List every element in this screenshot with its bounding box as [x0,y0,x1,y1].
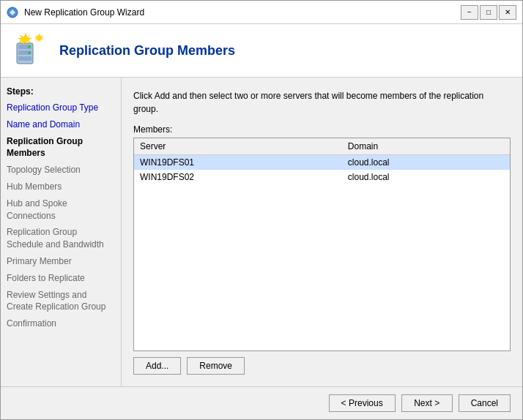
table-header-row: Server Domain [134,138,510,155]
sidebar-item-primary-member: Primary Member [1,253,121,270]
window-title: New Replication Group Wizard [24,7,144,18]
instruction-text: Click Add and then select two or more se… [133,89,511,116]
column-header-server[interactable]: Server [134,138,342,155]
sidebar-item-replication-group-type[interactable]: Replication Group Type [1,100,121,116]
page-title: Replication Group Members [59,43,235,59]
sidebar-item-review-settings: Review Settings and Create Replication G… [1,287,121,316]
column-header-domain[interactable]: Domain [342,138,510,155]
svg-marker-8 [34,34,43,42]
table-buttons: Add... Remove [133,357,511,375]
sidebar-item-name-and-domain[interactable]: Name and Domain [1,116,121,133]
sidebar-item-confirmation: Confirmation [1,315,121,332]
add-button[interactable]: Add... [133,357,181,375]
title-bar-controls: − □ ✕ [461,5,516,20]
footer: < Previous Next > Cancel [1,386,522,419]
header-section: Replication Group Members [1,24,522,78]
maximize-button[interactable]: □ [480,5,497,20]
members-table: Server Domain WIN19DFS01 cloud.local WIN… [134,138,510,184]
svg-rect-4 [18,56,31,61]
sidebar-item-replication-group-members: Replication Group Members [1,133,121,162]
window-icon [7,7,18,18]
previous-button[interactable]: < Previous [329,394,396,412]
title-bar: New Replication Group Wizard − □ ✕ [1,1,522,24]
minimize-button[interactable]: − [461,5,478,20]
sidebar: Steps: Replication Group Type Name and D… [1,78,122,386]
content-area: Steps: Replication Group Type Name and D… [1,78,522,386]
table-row[interactable]: WIN19DFS02 cloud.local [134,170,510,184]
cell-domain: cloud.local [342,170,510,184]
cell-server: WIN19DFS01 [134,155,342,170]
svg-point-6 [29,52,31,54]
cancel-button[interactable]: Cancel [459,394,511,412]
main-panel: Click Add and then select two or more se… [122,78,522,386]
remove-button[interactable]: Remove [187,357,245,375]
members-table-container: Server Domain WIN19DFS01 cloud.local WIN… [133,138,511,351]
members-label: Members: [133,124,511,135]
header-icon [12,33,48,68]
close-button[interactable]: ✕ [499,5,516,20]
cell-domain: cloud.local [342,155,510,170]
sidebar-item-folders-to-replicate: Folders to Replicate [1,270,121,287]
svg-point-5 [29,46,31,48]
table-row[interactable]: WIN19DFS01 cloud.local [134,155,510,170]
title-bar-left: New Replication Group Wizard [7,7,144,18]
steps-label: Steps: [1,83,121,100]
sidebar-item-hub-members: Hub Members [1,179,121,195]
sidebar-item-replication-group-schedule: Replication Group Schedule and Bandwidth [1,224,121,253]
cell-server: WIN19DFS02 [134,170,342,184]
next-button[interactable]: Next > [401,394,453,412]
main-window: New Replication Group Wizard − □ ✕ Repl [0,0,523,420]
sidebar-item-topology-selection: Topology Selection [1,162,121,179]
sidebar-item-hub-and-spoke-connections: Hub and Spoke Connections [1,195,121,225]
